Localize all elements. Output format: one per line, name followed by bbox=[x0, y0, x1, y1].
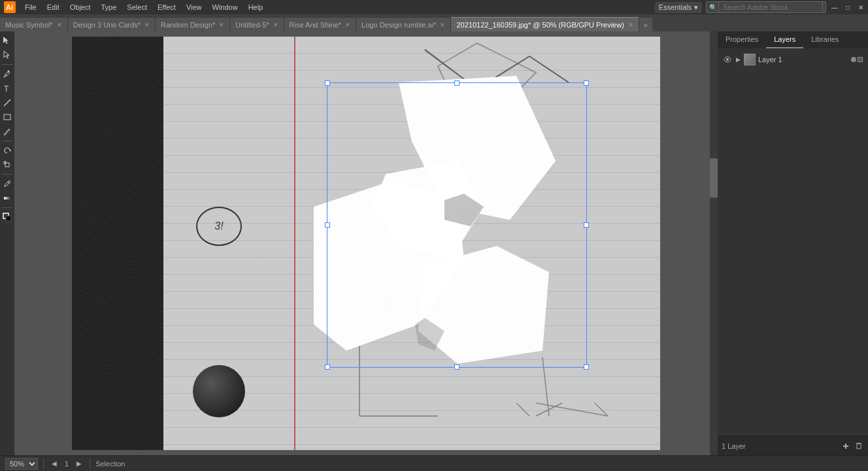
gradient-tool[interactable] bbox=[1, 192, 14, 205]
tab-music-symbol[interactable]: Music Symbol* ✕ bbox=[0, 17, 68, 31]
menu-type[interactable]: Type bbox=[96, 2, 122, 12]
bottom-panel: 50% 25% 75% 100% ◀ 1 ▶ Selection bbox=[0, 455, 868, 471]
panel-tabs: Properties Layers Libraries bbox=[718, 31, 868, 48]
tab-logo-design[interactable]: Logo Design rumble.ai* ✕ bbox=[356, 17, 451, 31]
type-tool[interactable]: T bbox=[1, 82, 14, 95]
left-toolbar: T bbox=[0, 31, 14, 455]
svg-rect-39 bbox=[845, 444, 846, 449]
direct-select-tool[interactable] bbox=[1, 48, 14, 61]
line-tool[interactable] bbox=[1, 96, 14, 109]
tab-label: Logo Design rumble.ai* bbox=[361, 21, 436, 29]
status-text: Selection bbox=[95, 460, 125, 468]
tabs-overflow-button[interactable]: » bbox=[639, 17, 652, 31]
menu-select[interactable]: Select bbox=[122, 2, 152, 12]
dark-fiber bbox=[72, 37, 163, 450]
delete-layer-button[interactable] bbox=[854, 441, 864, 451]
zoom-select[interactable]: 50% 25% 75% 100% bbox=[5, 458, 38, 470]
layer-visibility-toggle[interactable] bbox=[723, 55, 732, 64]
workspace-label: Essentials bbox=[659, 3, 692, 11]
svg-line-4 bbox=[4, 99, 10, 106]
tab-label: Music Symbol* bbox=[5, 21, 53, 29]
tab-libraries[interactable]: Libraries bbox=[803, 31, 846, 48]
app-icon: Ai bbox=[3, 0, 17, 14]
separator-1 bbox=[43, 459, 44, 469]
right-panel: Properties Layers Libraries ▶ Layer 1 bbox=[718, 31, 868, 455]
new-layer-button[interactable] bbox=[841, 441, 851, 451]
canvas-area[interactable]: 3! bbox=[14, 31, 718, 455]
layers-tab-label: Layers bbox=[774, 35, 795, 43]
tab-close[interactable]: ✕ bbox=[345, 22, 350, 28]
workspace-chevron: ▾ bbox=[694, 3, 698, 12]
artboard-number: 1 bbox=[65, 460, 69, 468]
artboard-prev-button[interactable]: ◀ bbox=[49, 459, 59, 469]
maximize-button[interactable]: □ bbox=[843, 3, 852, 12]
layer-thumbnail bbox=[744, 54, 756, 65]
svg-point-2 bbox=[8, 71, 10, 73]
tab-close[interactable]: ✕ bbox=[273, 22, 278, 28]
tab-close[interactable]: ✕ bbox=[144, 22, 150, 28]
menu-window[interactable]: Window bbox=[207, 2, 243, 12]
menu-edit[interactable]: Edit bbox=[42, 2, 65, 12]
menu-help[interactable]: Help bbox=[243, 2, 269, 12]
search-area[interactable]: 🔍 bbox=[706, 1, 826, 13]
layer-actions bbox=[841, 441, 864, 451]
workspace-selector[interactable]: Essentials ▾ bbox=[655, 2, 702, 13]
tab-rise-and-shine[interactable]: Rise And Shine* ✕ bbox=[284, 17, 357, 31]
tab-untitled5[interactable]: Untitled-5* ✕ bbox=[230, 17, 284, 31]
separator-2 bbox=[90, 459, 90, 469]
tab-close[interactable]: ✕ bbox=[57, 22, 62, 28]
tab-close[interactable]: ✕ bbox=[628, 22, 633, 28]
menu-effect[interactable]: Effect bbox=[152, 2, 181, 12]
svg-line-9 bbox=[8, 182, 9, 183]
tab-close[interactable]: ✕ bbox=[219, 22, 224, 28]
svg-rect-12 bbox=[6, 216, 11, 221]
layer-row[interactable]: ▶ Layer 1 bbox=[720, 51, 865, 68]
eyedropper-tool[interactable] bbox=[1, 177, 14, 190]
menu-bar: Ai File Edit Object Type Select Effect V… bbox=[0, 0, 868, 14]
tab-label: Untitled-5* bbox=[235, 21, 269, 29]
minimize-button[interactable]: — bbox=[830, 3, 839, 12]
layer-lock-indicator bbox=[858, 57, 863, 62]
main-layout: T bbox=[0, 31, 868, 455]
red-margin-line bbox=[294, 37, 295, 450]
tab-design3[interactable]: Design 3 Uno Cards* ✕ bbox=[68, 17, 156, 31]
rotate-tool[interactable] bbox=[1, 144, 14, 157]
tab-photo[interactable]: 20210122_160359.jpg* @ 50% (RGB/GPU Prev… bbox=[451, 17, 639, 31]
artboard[interactable]: 3! bbox=[72, 37, 660, 450]
status-area: Selection bbox=[95, 460, 125, 468]
tab-close[interactable]: ✕ bbox=[440, 22, 445, 28]
vertical-scrollbar[interactable] bbox=[710, 31, 718, 455]
svg-text:T: T bbox=[4, 84, 9, 93]
rect-tool[interactable] bbox=[1, 111, 14, 124]
search-input[interactable] bbox=[718, 1, 823, 13]
zoom-area: 50% 25% 75% 100% bbox=[5, 458, 38, 470]
close-button[interactable]: ✕ bbox=[856, 3, 865, 12]
svg-rect-5 bbox=[4, 114, 10, 120]
svg-rect-10 bbox=[4, 197, 10, 200]
fill-color[interactable] bbox=[1, 211, 14, 224]
scale-tool[interactable] bbox=[1, 158, 14, 171]
tab-label: Rise And Shine* bbox=[290, 21, 342, 29]
artboard-next-button[interactable]: ▶ bbox=[74, 459, 84, 469]
tab-label: Design 3 Uno Cards* bbox=[73, 21, 141, 29]
menu-view[interactable]: View bbox=[181, 2, 207, 12]
layer-indicators bbox=[851, 57, 863, 62]
tab-random-design[interactable]: Random Design* ✕ bbox=[156, 17, 230, 31]
layer-count-label: 1 Layer bbox=[722, 442, 837, 450]
svg-text:Ai: Ai bbox=[6, 3, 13, 11]
menu-file[interactable]: File bbox=[20, 2, 42, 12]
paintbrush-tool[interactable] bbox=[1, 125, 14, 138]
tab-layers[interactable]: Layers bbox=[766, 31, 803, 48]
circle-31-sketch: 3! bbox=[196, 207, 242, 246]
libraries-tab-label: Libraries bbox=[811, 35, 839, 43]
selection-tool[interactable] bbox=[1, 34, 14, 47]
tab-label: Random Design* bbox=[161, 21, 215, 29]
layer-expand-arrow[interactable]: ▶ bbox=[735, 56, 741, 63]
tab-properties[interactable]: Properties bbox=[718, 31, 766, 48]
pen-tool[interactable] bbox=[1, 67, 14, 80]
scroll-thumb[interactable] bbox=[710, 158, 718, 198]
search-icon: 🔍 bbox=[709, 4, 717, 11]
svg-point-37 bbox=[726, 58, 729, 61]
menu-object[interactable]: Object bbox=[65, 2, 96, 12]
tabs-bar: Music Symbol* ✕ Design 3 Uno Cards* ✕ Ra… bbox=[0, 14, 868, 31]
